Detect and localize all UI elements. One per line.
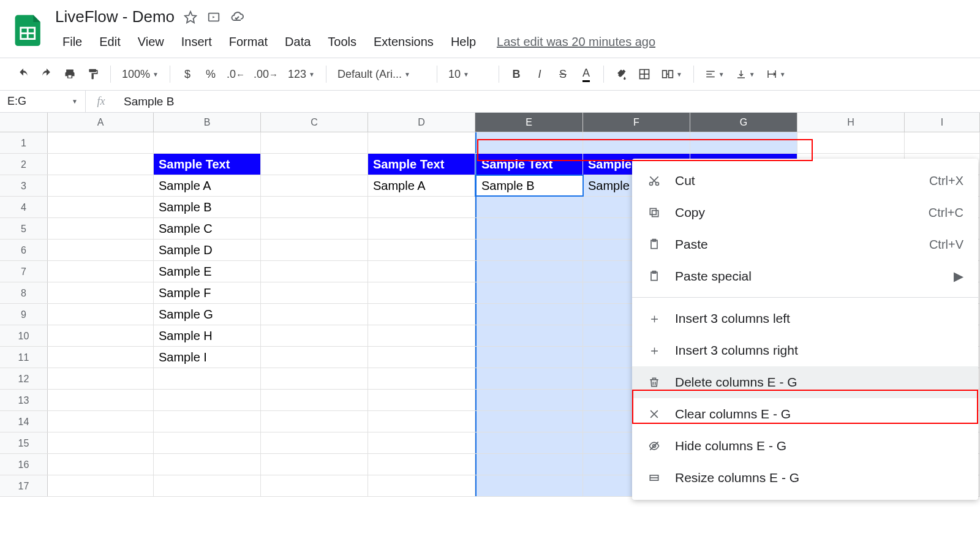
- row-header-3[interactable]: 3: [0, 175, 48, 196]
- cell-C17[interactable]: [261, 475, 368, 496]
- cell-C2[interactable]: [261, 154, 368, 175]
- vertical-align-dropdown[interactable]: ▼: [731, 63, 760, 85]
- cell-A7[interactable]: [48, 261, 154, 282]
- ctx-hide-cols[interactable]: Hide columns E - G: [632, 430, 978, 462]
- cell-G1[interactable]: [690, 132, 797, 153]
- cell-F1[interactable]: [583, 132, 690, 153]
- cell-B10[interactable]: Sample H: [154, 325, 261, 346]
- cell-C10[interactable]: [261, 325, 368, 346]
- menu-edit[interactable]: Edit: [92, 31, 127, 53]
- ctx-cut[interactable]: Cut Ctrl+X: [632, 165, 978, 197]
- menu-view[interactable]: View: [130, 31, 172, 53]
- cell-A14[interactable]: [48, 411, 154, 432]
- cell-E3[interactable]: Sample B: [475, 175, 583, 196]
- font-dropdown[interactable]: Default (Ari...▼: [333, 63, 431, 85]
- cell-B2[interactable]: Sample Text: [154, 154, 261, 175]
- font-size-dropdown[interactable]: 10▼: [443, 63, 492, 85]
- fill-color-button[interactable]: [610, 63, 632, 85]
- cell-B11[interactable]: Sample I: [154, 347, 261, 368]
- cell-E7[interactable]: [475, 261, 583, 282]
- row-header-7[interactable]: 7: [0, 261, 48, 282]
- cell-C15[interactable]: [261, 432, 368, 453]
- cell-A5[interactable]: [48, 218, 154, 239]
- paint-format-button[interactable]: [82, 63, 104, 85]
- cell-D6[interactable]: [368, 240, 475, 260]
- cell-E2[interactable]: Sample Text: [475, 154, 583, 175]
- cell-B4[interactable]: Sample B: [154, 197, 261, 217]
- cell-D17[interactable]: [368, 475, 475, 496]
- cell-C9[interactable]: [261, 304, 368, 325]
- col-header-G[interactable]: G: [690, 113, 797, 132]
- cell-D11[interactable]: [368, 347, 475, 368]
- col-header-A[interactable]: A: [48, 113, 154, 132]
- row-header-13[interactable]: 13: [0, 390, 48, 410]
- cell-I1[interactable]: [905, 132, 980, 153]
- more-formats-dropdown[interactable]: 123▼: [283, 63, 320, 85]
- italic-button[interactable]: I: [529, 63, 551, 85]
- ctx-copy[interactable]: Copy Ctrl+C: [632, 197, 978, 228]
- zoom-dropdown[interactable]: 100%▼: [117, 63, 164, 85]
- row-header-9[interactable]: 9: [0, 304, 48, 325]
- cell-E1[interactable]: [475, 132, 583, 153]
- star-icon[interactable]: [183, 10, 198, 25]
- cell-A13[interactable]: [48, 390, 154, 410]
- cell-A16[interactable]: [48, 454, 154, 475]
- ctx-delete-cols[interactable]: Delete columns E - G: [632, 366, 978, 398]
- cell-C14[interactable]: [261, 411, 368, 432]
- cell-C7[interactable]: [261, 261, 368, 282]
- col-header-I[interactable]: I: [905, 113, 980, 132]
- cell-C6[interactable]: [261, 240, 368, 260]
- cell-B15[interactable]: [154, 432, 261, 453]
- currency-button[interactable]: $: [176, 63, 198, 85]
- row-header-5[interactable]: 5: [0, 218, 48, 239]
- ctx-paste[interactable]: Paste Ctrl+V: [632, 228, 978, 260]
- row-header-4[interactable]: 4: [0, 197, 48, 217]
- formula-input[interactable]: Sample B: [116, 95, 980, 108]
- borders-button[interactable]: [633, 63, 655, 85]
- select-all-corner[interactable]: [0, 113, 48, 132]
- row-header-1[interactable]: 1: [0, 132, 48, 153]
- cell-D14[interactable]: [368, 411, 475, 432]
- cell-B17[interactable]: [154, 475, 261, 496]
- cell-B16[interactable]: [154, 454, 261, 475]
- cell-A11[interactable]: [48, 347, 154, 368]
- ctx-paste-special[interactable]: Paste special ▶: [632, 260, 978, 292]
- cell-A6[interactable]: [48, 240, 154, 260]
- cloud-icon[interactable]: [230, 10, 244, 25]
- cell-B7[interactable]: Sample E: [154, 261, 261, 282]
- cell-C1[interactable]: [261, 132, 368, 153]
- cell-D9[interactable]: [368, 304, 475, 325]
- cell-B14[interactable]: [154, 411, 261, 432]
- menu-tools[interactable]: Tools: [320, 31, 364, 53]
- menu-extensions[interactable]: Extensions: [366, 31, 441, 53]
- cell-A8[interactable]: [48, 282, 154, 303]
- merge-dropdown[interactable]: ▼: [657, 63, 687, 85]
- document-title[interactable]: LiveFlow - Demo: [55, 7, 175, 26]
- cell-E8[interactable]: [475, 282, 583, 303]
- row-header-8[interactable]: 8: [0, 282, 48, 303]
- cell-B6[interactable]: Sample D: [154, 240, 261, 260]
- menu-file[interactable]: File: [55, 31, 89, 53]
- undo-button[interactable]: [12, 63, 34, 85]
- cell-A17[interactable]: [48, 475, 154, 496]
- cell-D8[interactable]: [368, 282, 475, 303]
- percent-button[interactable]: %: [200, 63, 222, 85]
- row-header-11[interactable]: 11: [0, 347, 48, 368]
- cell-D2[interactable]: Sample Text: [368, 154, 475, 175]
- print-button[interactable]: [59, 63, 81, 85]
- ctx-clear-cols[interactable]: Clear columns E - G: [632, 398, 978, 430]
- cell-E5[interactable]: [475, 218, 583, 239]
- text-wrap-dropdown[interactable]: ▼: [761, 63, 791, 85]
- cell-A3[interactable]: [48, 175, 154, 196]
- row-header-10[interactable]: 10: [0, 325, 48, 346]
- cell-A1[interactable]: [48, 132, 154, 153]
- cell-H1[interactable]: [797, 132, 905, 153]
- cell-E10[interactable]: [475, 325, 583, 346]
- row-header-12[interactable]: 12: [0, 368, 48, 389]
- cell-C11[interactable]: [261, 347, 368, 368]
- row-header-17[interactable]: 17: [0, 475, 48, 496]
- cell-C5[interactable]: [261, 218, 368, 239]
- col-header-D[interactable]: D: [368, 113, 475, 132]
- sheets-logo[interactable]: [12, 12, 46, 46]
- cell-B5[interactable]: Sample C: [154, 218, 261, 239]
